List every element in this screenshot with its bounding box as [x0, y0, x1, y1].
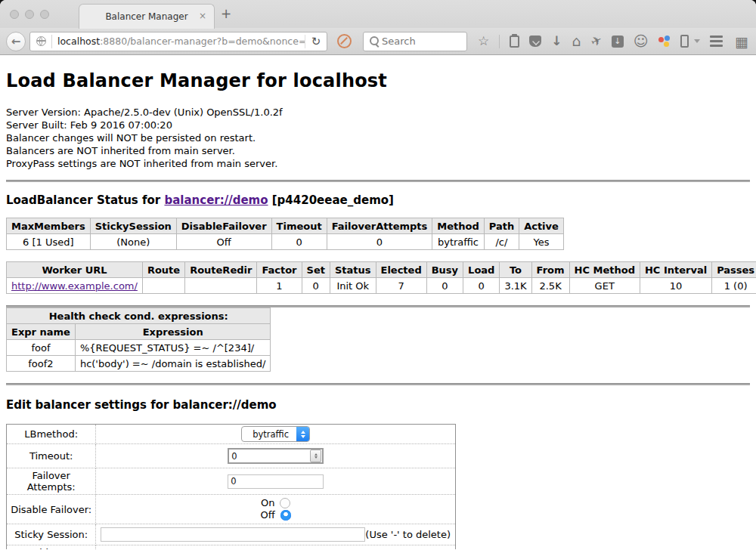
column-header: To [500, 262, 531, 278]
cell-expr-name: foof [7, 340, 76, 356]
health-data-row: foof2 hc('body') =~ /domain is establish… [7, 356, 271, 372]
back-button[interactable]: ← [6, 32, 26, 51]
server-built-line: Server Built: Feb 9 2016 07:00:20 [6, 119, 750, 131]
column-header: From [531, 262, 569, 278]
site-identity-globe-icon[interactable] [36, 36, 46, 46]
url-path: :8880/balancer-manager?b=demo&nonce=decc… [100, 36, 305, 47]
downloads-icon[interactable]: ↓ [551, 35, 562, 48]
worker-header-row: Worker URL Route RouteRedir Factor Set S… [7, 262, 756, 278]
divider [6, 180, 750, 182]
url-host: localhost [57, 36, 100, 47]
search-bar[interactable]: Search [363, 32, 467, 51]
balancer-data-row: 6 [1 Used] (None) Off 0 0 bytraffic /c/ … [7, 234, 564, 250]
cell-routeredir [185, 278, 257, 294]
lbmethod-label: LBmethod: [7, 425, 96, 444]
column-header: Active [519, 218, 564, 234]
new-tab-button[interactable]: + [221, 6, 231, 21]
divider [6, 383, 750, 385]
home-icon[interactable]: ⌂ [572, 34, 581, 48]
send-tab-icon[interactable]: ✈ [589, 33, 604, 49]
colored-dots-extension-icon[interactable] [658, 36, 671, 48]
status-heading-suffix: [p4420eeae_demo] [268, 193, 394, 207]
window-controls [10, 10, 49, 19]
balancer-manager-page: Load Balancer Manager for localhost Serv… [0, 55, 756, 549]
balancer-demo-link[interactable]: balancer://demo [164, 193, 268, 207]
toolbar-separator [499, 35, 500, 48]
timeout-value: 0 [229, 451, 310, 462]
close-window-button[interactable] [10, 10, 19, 19]
timeout-row: Timeout: 0 [7, 444, 456, 468]
balancer-header-row: MaxMembers StickySession DisableFailover… [7, 218, 564, 234]
url-bar[interactable]: localhost:8880/balancer-manager?b=demo&n… [29, 32, 327, 51]
cell-hc-interval: 10 [640, 278, 711, 294]
column-header: RouteRedir [185, 262, 257, 278]
column-header: Route [142, 262, 184, 278]
close-tab-icon[interactable]: × [199, 11, 206, 21]
timeout-input[interactable]: 0 [228, 448, 324, 464]
cell-path: /c/ [484, 234, 519, 250]
health-header-row: Expr name Expression [7, 324, 271, 340]
cell-hc-method: GET [569, 278, 640, 294]
url-text[interactable]: localhost:8880/balancer-manager?b=demo&n… [52, 36, 305, 47]
sticky-session-input[interactable] [101, 527, 365, 542]
chevron-down-icon[interactable] [694, 39, 700, 43]
bookmark-star-icon[interactable]: ☆ [478, 35, 489, 48]
tab-groups-icon[interactable]: ▦ [735, 33, 748, 50]
lbmethod-row: LBmethod: bytraffic [7, 425, 456, 444]
zoom-window-button[interactable] [40, 10, 49, 19]
cell-expr-name: foof2 [7, 356, 76, 372]
failover-attempts-input[interactable] [228, 474, 324, 489]
number-spinner-icon[interactable] [310, 450, 321, 462]
cell-method: bytraffic [432, 234, 484, 250]
column-header: Status [330, 262, 376, 278]
column-header: HC Interval [640, 262, 711, 278]
column-header: Elected [376, 262, 426, 278]
lbmethod-select[interactable]: bytraffic [241, 426, 310, 442]
cell-passes: 1 (0) [712, 278, 756, 294]
add-worker-row: Add New Worker: Are you sure? [7, 545, 456, 550]
radio-on-label: On [261, 497, 274, 509]
cell-expression: hc('body') =~ /domain is established/ [75, 356, 271, 372]
column-header: HC Method [569, 262, 640, 278]
disable-failover-row: Disable Failover: On Off [7, 495, 456, 524]
status-heading: LoadBalancer Status for balancer://demo … [6, 193, 750, 207]
column-header: Method [432, 218, 484, 234]
cell-active: Yes [519, 234, 564, 250]
worker-data-row: http://www.example.com/ 1 0 Init Ok 7 0 … [7, 278, 756, 294]
cell-factor: 1 [257, 278, 302, 294]
save-page-arrow: ↓ [614, 36, 621, 46]
toolbar-right-group: ▦ [710, 33, 748, 50]
pocket-icon[interactable] [529, 36, 541, 47]
menu-icon[interactable] [710, 36, 723, 47]
server-version-line: Server Version: Apache/2.5.0-dev (Unix) … [6, 106, 750, 119]
reading-list-icon[interactable] [510, 36, 519, 48]
content-blocked-icon[interactable] [337, 34, 352, 48]
cell-elected: 7 [376, 278, 426, 294]
sticky-session-row: Sticky Session: (Use '-' to delete) [7, 524, 456, 545]
server-info: Server Version: Apache/2.5.0-dev (Unix) … [6, 106, 750, 170]
failover-off-radio[interactable] [280, 510, 291, 521]
cell-busy: 0 [426, 278, 463, 294]
column-header: Load [463, 262, 500, 278]
device-sync-icon[interactable] [680, 35, 689, 48]
failover-on-radio[interactable] [280, 498, 290, 508]
column-header: Set [302, 262, 330, 278]
worker-url-link[interactable]: http://www.example.com/ [11, 280, 138, 292]
disable-failover-label: Disable Failover: [7, 495, 96, 524]
cell-maxmembers: 6 [1 Used] [7, 234, 91, 250]
cell-load: 0 [463, 278, 500, 294]
browser-window: Balancer Manager × + ← localhost:8880/ba… [0, 0, 756, 550]
balancer-status-table: MaxMembers StickySession DisableFailover… [6, 218, 564, 250]
column-header: Busy [426, 262, 463, 278]
cell-status: Init Ok [330, 278, 376, 294]
cell-to: 3.1K [500, 278, 531, 294]
tab-balancer-manager[interactable]: Balancer Manager × [79, 4, 215, 29]
minimize-window-button[interactable] [25, 10, 34, 19]
save-page-icon[interactable]: ↓ [612, 36, 624, 48]
health-title-row: Health check cond. expressions: [7, 308, 271, 324]
forum-smiley-icon[interactable]: ☺ [634, 34, 649, 48]
reload-icon[interactable]: ↻ [305, 35, 327, 48]
cell-timeout: 0 [271, 234, 327, 250]
radio-off-label: Off [261, 509, 275, 521]
toolbar-icons: ☆ ↓ ⌂ ✈ ↓ ☺ [478, 34, 700, 48]
